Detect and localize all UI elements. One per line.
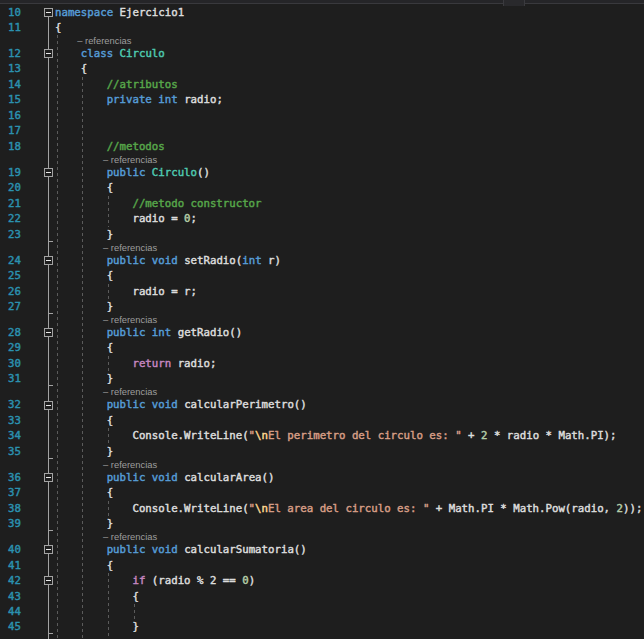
codelens-references-link[interactable]: – referencias xyxy=(103,460,157,471)
code-line-18[interactable]: 18 //metodos xyxy=(0,139,644,154)
codelens-references-link[interactable]: – referencias xyxy=(103,155,157,166)
minus-icon xyxy=(46,405,51,406)
line-number: 41 xyxy=(8,558,21,573)
code-text: { xyxy=(55,180,113,195)
code-line-13[interactable]: 13 { xyxy=(0,61,644,76)
code-line-34[interactable]: 34 Console.WriteLine("\nEl perimetro del… xyxy=(0,428,644,443)
fold-collapse-box[interactable] xyxy=(44,401,53,410)
code-line-17[interactable]: 17 xyxy=(0,123,644,138)
code-line-35[interactable]: 35 } xyxy=(0,444,644,459)
code-text: public void calcularArea() xyxy=(55,470,274,485)
code-line-31[interactable]: 31 } xyxy=(0,371,644,386)
code-line-38[interactable]: 38 Console.WriteLine("\nEl area del circ… xyxy=(0,501,644,516)
code-text: //atributos xyxy=(55,77,178,92)
minus-icon xyxy=(46,332,51,333)
code-text: } xyxy=(55,299,113,314)
indent-guide xyxy=(134,604,135,619)
line-number: 40 xyxy=(8,542,21,557)
code-line-41[interactable]: 41 { xyxy=(0,558,644,573)
code-text: { xyxy=(55,61,87,76)
code-line-37[interactable]: 37 { xyxy=(0,485,644,500)
code-line-28[interactable]: 28 public int getRadio() xyxy=(0,325,644,340)
minus-icon xyxy=(46,477,51,478)
code-text: class Circulo xyxy=(55,46,165,61)
fold-collapse-box[interactable] xyxy=(44,545,53,554)
code-line-23[interactable]: 23 } xyxy=(0,227,644,242)
indent-guide xyxy=(108,284,109,299)
codelens-references-link[interactable]: – referencias xyxy=(103,243,157,254)
line-number: 35 xyxy=(8,444,21,459)
line-number: 21 xyxy=(8,196,21,211)
code-line-21[interactable]: 21 //metodo constructor xyxy=(0,196,644,211)
line-number: 24 xyxy=(8,253,21,268)
code-line-19[interactable]: 19 public Circulo() xyxy=(0,165,644,180)
line-number: 22 xyxy=(8,211,21,226)
code-line-26[interactable]: 26 radio = r; xyxy=(0,284,644,299)
fold-collapse-box[interactable] xyxy=(44,328,53,337)
line-number: 33 xyxy=(8,413,21,428)
fold-collapse-box[interactable] xyxy=(44,49,53,58)
codelens-references-link[interactable]: – referencias xyxy=(77,36,131,47)
code-text: { xyxy=(55,340,113,355)
code-line-29[interactable]: 29 { xyxy=(0,340,644,355)
minus-icon xyxy=(46,53,51,54)
code-line-42[interactable]: 42 if (radio % 2 == 0) xyxy=(0,573,644,588)
line-number: 45 xyxy=(8,619,21,634)
code-line-45[interactable]: 45 } xyxy=(0,619,644,634)
line-number: 19 xyxy=(8,165,21,180)
code-text: Console.WriteLine("\nEl perimetro del ci… xyxy=(55,428,617,443)
code-text: radio = r; xyxy=(55,284,197,299)
code-line-30[interactable]: 30 return radio; xyxy=(0,356,644,371)
code-line-15[interactable]: 15 private int radio; xyxy=(0,92,644,107)
fold-collapse-box[interactable] xyxy=(44,256,53,265)
code-line-25[interactable]: 25 { xyxy=(0,268,644,283)
code-line-40[interactable]: 40 public void calcularSumatoria() xyxy=(0,542,644,557)
line-number: 36 xyxy=(8,470,21,485)
code-text: { xyxy=(55,20,61,35)
code-line-44[interactable]: 44 xyxy=(0,604,644,619)
line-number: 43 xyxy=(8,589,21,604)
line-number: 15 xyxy=(8,92,21,107)
codelens-references-link[interactable]: – referencias xyxy=(103,315,157,326)
code-line-14[interactable]: 14 //atributos xyxy=(0,77,644,92)
code-line-16[interactable]: 16 xyxy=(0,108,644,123)
fold-collapse-box[interactable] xyxy=(44,473,53,482)
line-number: 38 xyxy=(8,501,21,516)
line-number: 39 xyxy=(8,516,21,531)
code-line-36[interactable]: 36 public void calcularArea() xyxy=(0,470,644,485)
code-line-43[interactable]: 43 { xyxy=(0,589,644,604)
code-line-24[interactable]: 24 public void setRadio(int r) xyxy=(0,253,644,268)
code-line-39[interactable]: 39 } xyxy=(0,516,644,531)
code-text: { xyxy=(55,485,113,500)
codelens-references-link[interactable]: – referencias xyxy=(103,387,157,398)
indent-guide xyxy=(82,77,83,639)
code-line-10[interactable]: 10namespace Ejercicio1 xyxy=(0,5,644,20)
code-text: //metodo constructor xyxy=(55,196,262,211)
line-number: 29 xyxy=(8,340,21,355)
code-line-20[interactable]: 20 { xyxy=(0,180,644,195)
code-text: } xyxy=(55,516,113,531)
code-line-11[interactable]: 11{ xyxy=(0,20,644,35)
line-number: 32 xyxy=(8,397,21,412)
code-line-33[interactable]: 33 { xyxy=(0,413,644,428)
minus-icon xyxy=(46,580,51,581)
code-line-27[interactable]: 27 } xyxy=(0,299,644,314)
fold-collapse-box[interactable] xyxy=(44,8,53,17)
line-number: 28 xyxy=(8,325,21,340)
line-number: 16 xyxy=(8,108,21,123)
code-line-12[interactable]: 12 class Circulo xyxy=(0,46,644,61)
minus-icon xyxy=(46,260,51,261)
codelens-references-link[interactable]: – referencias xyxy=(103,532,157,543)
line-number: 20 xyxy=(8,180,21,195)
code-line-32[interactable]: 32 public void calcularPerimetro() xyxy=(0,397,644,412)
code-text: { xyxy=(55,268,113,283)
scrollbar-notch xyxy=(503,0,525,6)
code-editor[interactable]: 10namespace Ejercicio111{– referencias12… xyxy=(0,0,644,639)
code-line-22[interactable]: 22 radio = 0; xyxy=(0,211,644,226)
line-number: 37 xyxy=(8,485,21,500)
line-number: 34 xyxy=(8,428,21,443)
fold-collapse-box[interactable] xyxy=(44,168,53,177)
fold-collapse-box[interactable] xyxy=(44,576,53,585)
code-text: { xyxy=(55,413,113,428)
code-text: { xyxy=(55,589,139,604)
